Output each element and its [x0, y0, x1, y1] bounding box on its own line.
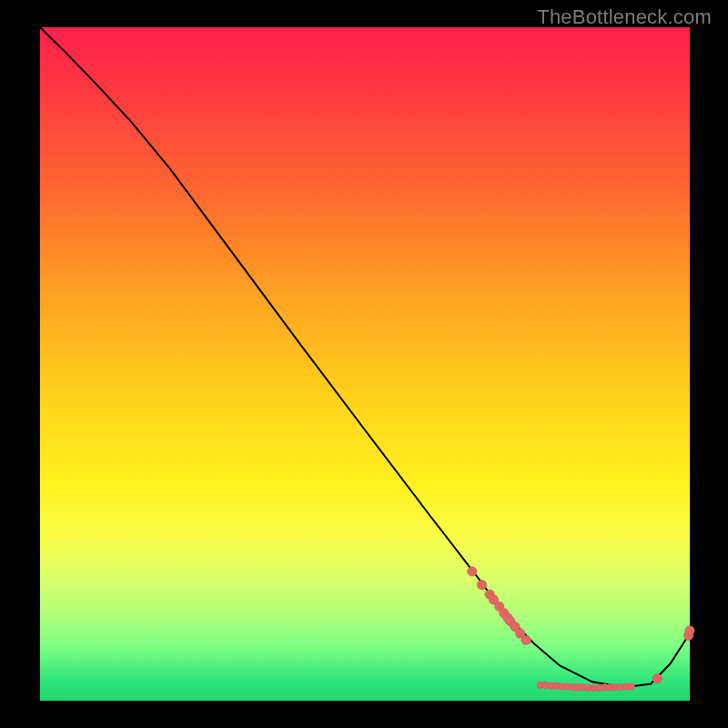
attribution-label: TheBottleneck.com	[537, 5, 712, 29]
marker-dot	[628, 683, 635, 691]
marker-dot	[521, 635, 531, 644]
marker-dot	[477, 581, 486, 590]
chart-overlay	[40, 27, 690, 701]
curve-line	[40, 27, 690, 687]
marker-dot	[468, 567, 477, 576]
chart-stage: TheBottleneck.com	[0, 0, 728, 728]
marker-dot	[652, 673, 662, 682]
marker-dot	[685, 626, 694, 635]
